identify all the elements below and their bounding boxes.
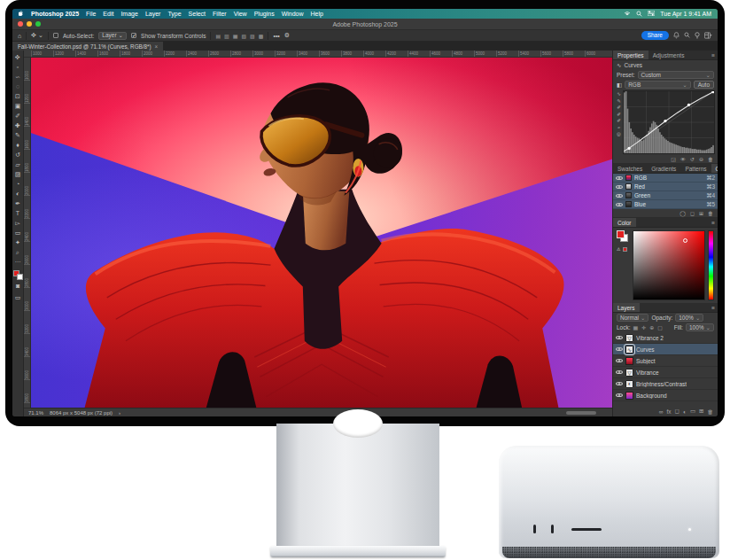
- panel-footer-icon[interactable]: 🗑: [708, 408, 714, 415]
- screen-mode-button[interactable]: ▭: [13, 292, 23, 302]
- tool-button[interactable]: ↺: [13, 150, 23, 159]
- channel-row-red[interactable]: Red ⌘3: [613, 183, 718, 191]
- layer-row-vibrance[interactable]: ▽ Vibrance: [613, 367, 718, 378]
- tab-properties[interactable]: Properties: [613, 51, 648, 59]
- close-tab-icon[interactable]: ×: [155, 43, 159, 50]
- tab-color[interactable]: Color: [613, 218, 636, 227]
- align-icon[interactable]: ▧: [241, 33, 246, 39]
- wifi-icon[interactable]: [624, 11, 631, 17]
- auto-button[interactable]: Auto: [694, 81, 714, 89]
- menu-item[interactable]: File: [86, 11, 96, 17]
- hue-slider[interactable]: [708, 230, 714, 300]
- align-icon[interactable]: ▥: [224, 33, 229, 39]
- panel-footer-icon[interactable]: ∞: [659, 408, 664, 415]
- layer-row-vibrance-2[interactable]: ▽ Vibrance 2: [613, 332, 718, 344]
- panel-footer-icon[interactable]: ↺: [690, 156, 695, 162]
- channel-dropdown[interactable]: RGB⌄: [625, 81, 690, 89]
- align-icon[interactable]: ▦: [233, 33, 238, 39]
- document-tab[interactable]: Fall-Winter-Collection.psd @ 71.1% (Curv…: [12, 42, 164, 51]
- menu-item[interactable]: Type: [167, 11, 181, 17]
- menu-item[interactable]: Edit: [103, 11, 113, 17]
- foreground-background-swatches[interactable]: [13, 270, 23, 280]
- panel-footer-icon[interactable]: ◻: [675, 408, 680, 415]
- tool-button[interactable]: ✎: [13, 130, 23, 140]
- panel-footer-icon[interactable]: ⊞: [699, 408, 703, 415]
- background-color-swatch[interactable]: [17, 274, 23, 280]
- tool-button[interactable]: ✜: [13, 52, 23, 62]
- layer-row-curves[interactable]: ∿ Curves: [613, 344, 718, 355]
- curves-graph[interactable]: [623, 90, 715, 154]
- tool-button[interactable]: ▫: [13, 62, 23, 72]
- channel-row-green[interactable]: Green ⌘4: [613, 191, 718, 200]
- tool-button[interactable]: ✐: [13, 111, 23, 121]
- visibility-eye-icon[interactable]: [616, 334, 623, 341]
- menu-item[interactable]: Help: [311, 11, 323, 17]
- blend-mode-dropdown[interactable]: Normal⌄: [617, 314, 648, 322]
- lock-icon[interactable]: ▦: [633, 324, 639, 331]
- panel-footer-icon[interactable]: ▭: [690, 408, 695, 415]
- more-options-icon[interactable]: •••: [273, 33, 279, 39]
- fill-dropdown[interactable]: 100%⌄: [686, 323, 714, 331]
- move-tool-icon[interactable]: ✜ ⌄: [31, 32, 43, 39]
- horizontal-scrollbar-thumb[interactable]: [566, 411, 596, 415]
- visibility-eye-icon[interactable]: [616, 392, 623, 399]
- preset-dropdown[interactable]: Custom⌄: [638, 71, 714, 79]
- align-icon[interactable]: ▤: [215, 33, 221, 39]
- curves-tool-icon[interactable]: ∿: [617, 92, 621, 97]
- discover-lightbulb-icon[interactable]: [695, 32, 700, 40]
- zoom-level[interactable]: 71.1%: [28, 410, 43, 416]
- panel-footer-icon[interactable]: ◐: [683, 408, 687, 415]
- panel-footer-icon[interactable]: ◲: [671, 156, 676, 162]
- visibility-eye-icon[interactable]: [616, 346, 623, 353]
- tool-button[interactable]: ▱: [13, 159, 23, 169]
- panel-menu-icon[interactable]: ≡: [711, 51, 718, 59]
- panel-footer-icon[interactable]: ◯: [680, 210, 686, 216]
- curves-tool-icon[interactable]: ✐: [617, 119, 621, 124]
- control-center-icon[interactable]: [648, 11, 655, 17]
- notifications-bell-icon[interactable]: [673, 32, 680, 40]
- tab-channels[interactable]: Channels: [711, 164, 718, 173]
- tool-button[interactable]: ✚: [13, 121, 23, 130]
- home-icon[interactable]: ⌂: [18, 33, 21, 39]
- tool-button[interactable]: ✦: [13, 237, 23, 247]
- align-icon[interactable]: ▨: [250, 33, 255, 39]
- search-icon[interactable]: [636, 11, 642, 18]
- quick-mask-button[interactable]: ◙: [13, 281, 23, 291]
- tool-button[interactable]: T: [13, 208, 23, 218]
- tool-button[interactable]: ▭: [13, 228, 23, 237]
- status-chevron-icon[interactable]: ›: [119, 410, 120, 416]
- gear-icon[interactable]: ⚙: [284, 32, 290, 39]
- panel-menu-icon[interactable]: ≡: [711, 303, 718, 312]
- tool-button[interactable]: ◐: [13, 189, 23, 198]
- lock-icon[interactable]: ▢: [657, 324, 663, 331]
- show-transform-controls-checkbox[interactable]: [131, 33, 136, 38]
- color-picker-ring[interactable]: [683, 238, 687, 243]
- menu-item[interactable]: Select: [189, 11, 206, 17]
- lock-icon[interactable]: ✛: [641, 324, 646, 331]
- saturation-brightness-field[interactable]: [633, 230, 705, 300]
- channel-row-rgb[interactable]: RGB ⌘2: [613, 174, 718, 183]
- channel-row-blue[interactable]: Blue ⌘5: [613, 200, 718, 209]
- curves-tool-icon[interactable]: ✎: [617, 99, 621, 105]
- visibility-eye-icon[interactable]: [616, 357, 623, 364]
- tool-button[interactable]: ▨: [13, 169, 23, 179]
- menu-item[interactable]: Layer: [145, 11, 161, 17]
- menu-item[interactable]: Photoshop 2025: [31, 11, 79, 17]
- curves-tool-icon[interactable]: ≈: [617, 126, 620, 131]
- search-icon[interactable]: [684, 32, 690, 39]
- apple-logo-icon[interactable]: [19, 11, 24, 17]
- menu-item[interactable]: View: [234, 11, 247, 17]
- gamut-color-swatch[interactable]: [623, 247, 627, 252]
- tool-button[interactable]: ⌕: [13, 247, 23, 257]
- menu-bar-clock[interactable]: Tue Apr 1 9:41 AM: [660, 11, 711, 17]
- visibility-eye-icon[interactable]: [616, 201, 623, 208]
- tab-swatches[interactable]: Swatches: [613, 164, 647, 173]
- visibility-eye-icon[interactable]: [616, 175, 623, 182]
- auto-select-target-dropdown[interactable]: Layer⌄: [98, 32, 127, 40]
- menu-item[interactable]: Image: [120, 11, 137, 17]
- tab-adjustments[interactable]: Adjustments: [648, 51, 689, 59]
- layer-row-brightness-contrast[interactable]: ◐ Brightness/Contrast: [613, 378, 718, 390]
- tool-button[interactable]: ⋯: [13, 257, 23, 267]
- menu-item[interactable]: Plugins: [254, 11, 275, 17]
- curves-tool-icon[interactable]: ◎: [617, 132, 621, 137]
